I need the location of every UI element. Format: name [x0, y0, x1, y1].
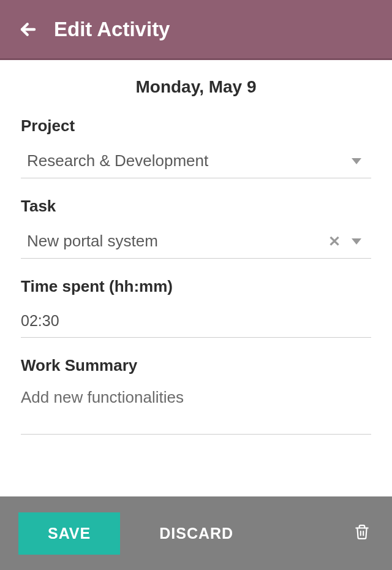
- project-field-group: Project Research & Development: [21, 116, 371, 178]
- project-select[interactable]: Research & Development: [21, 146, 371, 178]
- back-arrow-icon[interactable]: [17, 18, 39, 40]
- time-input[interactable]: [21, 307, 371, 338]
- page-title: Edit Activity: [54, 18, 170, 41]
- project-label: Project: [21, 116, 371, 135]
- save-button[interactable]: SAVE: [18, 512, 120, 555]
- form-content: Monday, May 9 Project Research & Develop…: [0, 60, 392, 496]
- summary-input[interactable]: Add new functionalities: [21, 386, 371, 435]
- summary-field-group: Work Summary Add new functionalities: [21, 356, 371, 435]
- summary-label: Work Summary: [21, 356, 371, 375]
- time-field-group: Time spent (hh:mm): [21, 277, 371, 338]
- close-icon[interactable]: ✕: [322, 233, 347, 250]
- task-label: Task: [21, 197, 371, 216]
- task-select[interactable]: New portal system ✕: [21, 227, 371, 259]
- discard-button[interactable]: DISCARD: [159, 512, 233, 555]
- trash-icon[interactable]: [350, 520, 374, 547]
- chevron-down-icon[interactable]: [352, 158, 361, 164]
- task-field-group: Task New portal system ✕: [21, 197, 371, 259]
- date-heading: Monday, May 9: [21, 77, 371, 97]
- project-value: Research & Development: [27, 151, 347, 170]
- chevron-down-icon[interactable]: [352, 238, 361, 245]
- task-value: New portal system: [27, 232, 322, 251]
- footer-toolbar: SAVE DISCARD: [0, 496, 392, 570]
- app-header: Edit Activity: [0, 0, 392, 60]
- time-label: Time spent (hh:mm): [21, 277, 371, 296]
